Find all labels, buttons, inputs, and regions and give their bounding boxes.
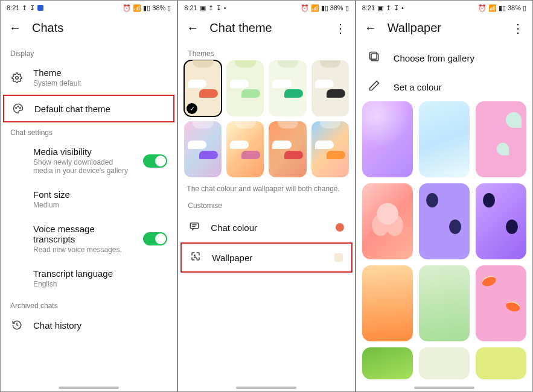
row-chat-colour[interactable]: Chat colour xyxy=(178,212,354,242)
chat-colour-label: Chat colour xyxy=(211,223,324,233)
theme-swatch[interactable] xyxy=(184,121,222,177)
more-icon[interactable]: ⋮ xyxy=(512,25,524,32)
signal-icon: ▮▯ xyxy=(499,4,506,12)
wallpaper-thumb[interactable] xyxy=(476,265,526,341)
theme-help-text: The chat colour and wallpaper will both … xyxy=(178,177,354,195)
section-customise: Customise xyxy=(178,195,354,212)
voice-title: Voice message transcripts xyxy=(33,224,133,244)
more-icon[interactable]: ⋮ xyxy=(334,25,346,32)
dot-icon: • xyxy=(224,4,226,11)
upload-icon: ↥ xyxy=(22,4,27,12)
wallpaper-thumb[interactable] xyxy=(419,183,470,259)
status-time: 8:21 xyxy=(7,4,19,11)
image-icon: ▣ xyxy=(377,4,383,12)
wallpaper-thumb[interactable] xyxy=(362,183,413,259)
wallpaper-thumb[interactable] xyxy=(362,101,413,177)
gear-icon xyxy=(10,72,24,83)
voice-sub: Read new voice messages. xyxy=(33,245,133,254)
gallery-icon xyxy=(368,51,380,65)
row-theme-title: Theme xyxy=(33,68,167,78)
trans-sub: English xyxy=(33,280,167,288)
page-title: Wallpaper xyxy=(388,21,441,35)
home-indicator[interactable] xyxy=(236,387,296,389)
app-badge-icon xyxy=(37,5,43,11)
voice-toggle[interactable] xyxy=(143,232,167,245)
status-time: 8:21 xyxy=(184,4,197,11)
theme-grid-2 xyxy=(178,121,354,177)
row-chat-history[interactable]: Chat history xyxy=(1,312,177,338)
wallpaper-thumb[interactable] xyxy=(476,347,526,379)
image-icon: ▣ xyxy=(200,4,206,12)
signal-icon: ▮▯ xyxy=(321,4,328,12)
theme-swatch[interactable] xyxy=(311,121,349,177)
battery-pct: 38% xyxy=(152,4,165,11)
page-header: ← Chat theme ⋮ xyxy=(178,15,354,43)
wallpaper-thumb[interactable] xyxy=(419,265,470,341)
highlight-default-theme: Default chat theme xyxy=(3,95,174,122)
theme-swatch[interactable] xyxy=(311,60,349,116)
alarm-icon: ⏰ xyxy=(478,4,487,12)
theme-swatch[interactable]: ✓ xyxy=(184,60,222,116)
download-icon: ↧ xyxy=(394,4,399,12)
row-theme-sub: System default xyxy=(33,79,167,87)
row-gallery[interactable]: Choose from gallery xyxy=(356,43,532,72)
screen-chat-theme: 8:21 ▣ ↥ ↧ • ⏰ 📶 ▮▯ 38% ▯ ← Chat theme ⋮… xyxy=(177,0,355,392)
wifi-icon: 📶 xyxy=(133,4,141,12)
download-icon: ↧ xyxy=(216,4,222,12)
svg-point-7 xyxy=(194,255,196,256)
media-sub: Show newly downloaded media in your devi… xyxy=(33,158,133,175)
battery-icon: ▯ xyxy=(523,4,526,12)
wifi-icon: 📶 xyxy=(311,4,319,12)
row-media-visibility[interactable]: Media visibility Show newly downloaded m… xyxy=(1,139,177,182)
battery-icon: ▯ xyxy=(167,4,171,12)
row-voice-transcripts[interactable]: Voice message transcripts Read new voice… xyxy=(1,217,177,261)
alarm-icon: ⏰ xyxy=(301,4,309,12)
wallpaper-thumb[interactable] xyxy=(476,183,526,259)
section-chat-settings: Chat settings xyxy=(1,122,177,139)
row-transcript-language[interactable]: Transcript language English xyxy=(1,261,177,296)
wifi-icon: 📶 xyxy=(488,4,497,12)
theme-swatch[interactable] xyxy=(226,121,264,177)
battery-icon: ▯ xyxy=(345,4,349,12)
row-set-colour[interactable]: Set a colour xyxy=(356,72,532,101)
pen-icon xyxy=(368,80,380,94)
signal-icon: ▮▯ xyxy=(143,4,150,12)
theme-swatch[interactable] xyxy=(269,121,306,177)
gallery-label: Choose from gallery xyxy=(394,53,474,63)
row-wallpaper[interactable]: Wallpaper xyxy=(182,244,351,271)
svg-rect-4 xyxy=(191,223,199,229)
row-default-chat-theme[interactable]: Default chat theme xyxy=(4,96,173,121)
back-icon[interactable]: ← xyxy=(9,21,21,35)
svg-point-3 xyxy=(20,107,21,109)
screen-wallpaper: 8:21 ▣ ↥ ↧ • ⏰ 📶 ▮▯ 38% ▯ ← Wallpaper ⋮ … xyxy=(356,0,533,392)
page-title: Chat theme xyxy=(209,21,272,35)
row-theme[interactable]: Theme System default xyxy=(1,60,177,95)
highlight-wallpaper: Wallpaper xyxy=(180,242,352,273)
alarm-icon: ⏰ xyxy=(123,4,131,12)
row-font-size[interactable]: Font size Medium xyxy=(1,182,177,217)
wallpaper-thumb[interactable] xyxy=(362,347,413,379)
theme-grid: ✓ xyxy=(178,60,354,116)
screen-chats: 8:21 ↥ ↧ ⏰ 📶 ▮▯ 38% ▯ ← Chats Display Th… xyxy=(0,0,177,392)
wallpaper-thumb[interactable] xyxy=(476,101,526,177)
section-display: Display xyxy=(1,43,177,60)
home-indicator[interactable] xyxy=(414,387,474,389)
chat-bubble-icon xyxy=(189,221,200,234)
media-toggle[interactable] xyxy=(143,154,167,168)
wallpaper-thumb[interactable] xyxy=(362,265,413,341)
page-header: ← Wallpaper ⋮ xyxy=(356,15,532,43)
home-indicator[interactable] xyxy=(59,387,119,389)
download-icon: ↧ xyxy=(30,4,35,12)
back-icon[interactable]: ← xyxy=(365,21,377,35)
palette-icon xyxy=(11,103,25,114)
battery-pct: 38% xyxy=(330,4,343,11)
theme-swatch[interactable] xyxy=(269,60,306,116)
wallpaper-thumb[interactable] xyxy=(419,347,470,379)
page-title: Chats xyxy=(32,21,63,35)
wallpaper-preview xyxy=(334,253,343,262)
status-bar: 8:21 ↥ ↧ ⏰ 📶 ▮▯ 38% ▯ xyxy=(1,1,177,15)
svg-point-2 xyxy=(18,106,19,107)
wallpaper-thumb[interactable] xyxy=(419,101,470,177)
back-icon[interactable]: ← xyxy=(187,21,199,35)
theme-swatch[interactable] xyxy=(226,60,264,116)
